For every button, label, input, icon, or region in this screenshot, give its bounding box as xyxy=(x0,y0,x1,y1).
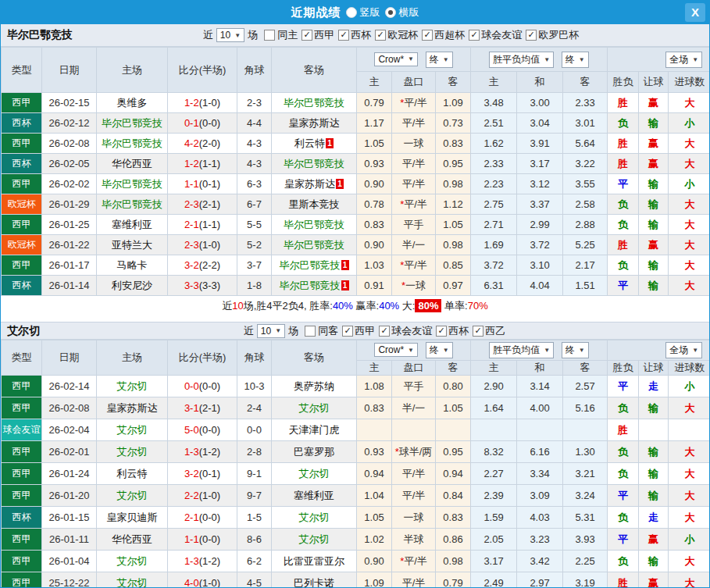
mean-away-cell: 3.22 xyxy=(563,154,608,174)
away-team-cell: 毕尔巴鄂竞技1 xyxy=(272,276,357,296)
league-filter-checkbox[interactable]: ✓ xyxy=(526,30,537,41)
league-filter-checkbox[interactable]: ✓ xyxy=(375,30,386,41)
mean-home-cell: 2.39 xyxy=(471,485,517,507)
handicap-result-cell: 输 xyxy=(639,463,669,485)
away-odds-cell: 1.12 xyxy=(436,194,471,215)
date-cell: 26-02-04 xyxy=(42,419,97,441)
horizontal-layout-radio[interactable] xyxy=(385,7,396,18)
score-cell: 5-0(0-0) xyxy=(168,419,237,441)
away-odds-cell: 0.94 xyxy=(436,463,471,485)
vertical-layout-radio[interactable] xyxy=(346,7,357,18)
goals-result-cell: 大 xyxy=(669,551,710,572)
handicap-result-cell: 赢 xyxy=(639,93,669,113)
mean-odds-select[interactable]: 胜平负均值▼ xyxy=(489,342,554,358)
chevron-down-icon: ▼ xyxy=(579,56,585,63)
league-filter-checkbox[interactable]: ✓ xyxy=(436,326,447,337)
halftime-score: (1-1) xyxy=(199,158,220,169)
close-icon[interactable]: X xyxy=(685,3,705,22)
col-mean-draw: 和 xyxy=(517,72,563,93)
odds-time-select[interactable]: 终▼ xyxy=(426,52,453,68)
home-odds-cell: 0.93 xyxy=(357,441,392,463)
near-label: 近 xyxy=(203,28,213,42)
scope-select[interactable]: 全场▼ xyxy=(665,342,702,358)
league-cell: 西杯 xyxy=(2,154,42,174)
handicap-cell: 半/一 xyxy=(392,235,436,255)
date-cell: 26-01-17 xyxy=(42,255,97,276)
home-team-name: 艾尔切 xyxy=(117,446,148,458)
chevron-down-icon: ▼ xyxy=(275,327,281,334)
fulltime-score: 1-2 xyxy=(184,97,199,109)
halftime-score: (3-3) xyxy=(199,280,220,291)
odds-time-select[interactable]: 终▼ xyxy=(426,342,453,358)
goals-result-cell: 大 xyxy=(669,485,710,507)
handicap-cell: 一球 xyxy=(392,507,436,529)
radio-dot-icon xyxy=(388,10,393,15)
vertical-layout-label[interactable]: 竖版 xyxy=(360,5,380,20)
away-team-cell: 毕尔巴鄂竞技 xyxy=(272,215,357,235)
home-odds-cell: 1.04 xyxy=(357,485,392,507)
odds-company-select[interactable]: Crow*▼ xyxy=(374,343,418,357)
mean-odds-select[interactable]: 胜平负均值▼ xyxy=(489,52,554,68)
halftime-score: (1-0) xyxy=(199,239,220,251)
league-filter-checkbox[interactable]: ✓ xyxy=(473,326,483,337)
mean-away-cell: 2.25 xyxy=(563,551,608,572)
goals-result-cell: 大 xyxy=(669,255,710,276)
handicap-result-cell: 输 xyxy=(639,485,669,507)
col-mean-draw: 和 xyxy=(517,361,563,376)
league-cell: 西杯 xyxy=(2,507,42,529)
mean-time-select[interactable]: 终▼ xyxy=(562,342,589,358)
away-team-cell: 毕尔巴鄂竞技 xyxy=(272,93,357,113)
home-odds-cell: 0.91 xyxy=(357,276,392,296)
league-filter-checkbox[interactable]: ✓ xyxy=(379,326,390,337)
league-cell: 球会友谊 xyxy=(2,419,42,441)
result-cell: 胜 xyxy=(608,235,639,255)
scope-select[interactable]: 全场▼ xyxy=(665,52,702,68)
home-team-cell: 毕尔巴鄂竞技 xyxy=(97,194,168,215)
away-odds-cell: 0.79 xyxy=(436,572,471,588)
summary-segment: 大: xyxy=(399,300,415,312)
horizontal-layout-label[interactable]: 横版 xyxy=(399,5,419,20)
league-filter-checkbox[interactable]: ✓ xyxy=(301,30,312,41)
away-team-name: 毕尔巴鄂竞技 xyxy=(284,97,344,109)
mean-time-select[interactable]: 终▼ xyxy=(562,52,589,68)
away-team-cell: 奥萨苏纳 xyxy=(272,376,357,397)
match-count-select[interactable]: 10▼ xyxy=(257,324,285,338)
scope-dropdown-cell: 全场▼ xyxy=(608,340,710,361)
away-odds-cell: 0.95 xyxy=(436,441,471,463)
match-row: 西甲26-02-08皇家苏斯达3-1(2-1)2-4艾尔切0.83半/一1.05… xyxy=(2,397,710,419)
odds-company-select[interactable]: Crow*▼ xyxy=(374,52,418,66)
goals-result-cell: 大 xyxy=(669,276,710,296)
away-team-name: 艾尔切 xyxy=(299,402,330,414)
same-venue-checkbox[interactable] xyxy=(305,326,316,337)
away-team-cell: 皇家苏斯达 xyxy=(272,113,357,134)
home-team-cell: 艾尔切 xyxy=(97,419,168,441)
goals-result-cell: 大 xyxy=(669,441,710,463)
league-filter-checkbox[interactable]: ✓ xyxy=(342,326,353,337)
fulltime-score: 1-3 xyxy=(184,555,199,567)
match-count-select[interactable]: 10▼ xyxy=(216,28,244,42)
mean-away-cell: 3.01 xyxy=(563,113,608,134)
goals-result-cell: 大 xyxy=(669,194,710,215)
goals-result-cell: 大 xyxy=(669,235,710,255)
col-handicap: 盘口 xyxy=(392,72,436,93)
league-filter-checkbox[interactable]: ✓ xyxy=(338,30,349,41)
handicap-result-cell xyxy=(639,419,669,441)
away-team-cell: 天津津门虎 xyxy=(272,419,357,441)
away-odds-cell: 0.98 xyxy=(436,174,471,194)
away-team-name: 毕尔巴鄂竞技 xyxy=(284,158,344,169)
match-row: 西杯26-01-14利安尼沙3-3(3-3)1-8毕尔巴鄂竞技10.91*一球0… xyxy=(2,276,710,296)
match-row: 欧冠杯26-01-22亚特兰大2-3(1-0)5-2毕尔巴鄂竞技0.90半/一0… xyxy=(2,235,710,255)
same-venue-checkbox[interactable] xyxy=(264,30,275,41)
away-team-name: 毕尔巴鄂竞技 xyxy=(280,280,341,291)
home-team-cell: 华伦西亚 xyxy=(97,529,168,551)
mean-home-cell: 2.27 xyxy=(471,463,517,485)
league-filter-checkbox[interactable]: ✓ xyxy=(422,30,433,41)
league-filter-checkbox[interactable]: ✓ xyxy=(469,30,480,41)
date-cell: 26-01-29 xyxy=(42,194,97,215)
result-cell: 负 xyxy=(608,215,639,235)
result-cell: 胜 xyxy=(608,134,639,154)
handicap-result-cell: 走 xyxy=(639,376,669,397)
mean-home-cell: 1.62 xyxy=(471,134,517,154)
home-odds-cell: 0.90 xyxy=(357,235,392,255)
chevron-down-icon: ▼ xyxy=(408,347,414,354)
